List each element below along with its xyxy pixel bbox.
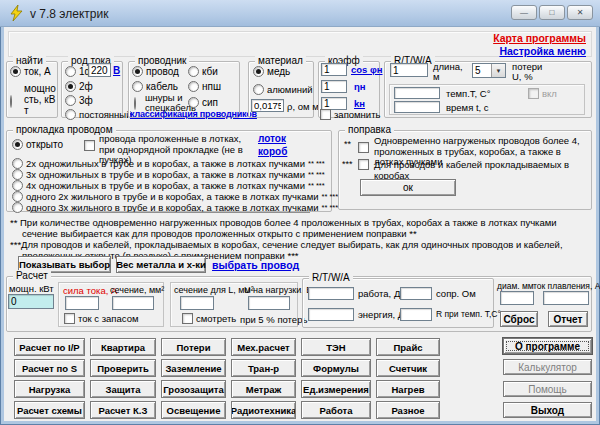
help-button[interactable]: Помощь [503, 381, 592, 397]
metal-weight-button[interactable]: Вес металла и х-ки [116, 256, 206, 273]
radio-open-laying[interactable]: открыто [12, 139, 63, 150]
reserve-checkbox[interactable]: ток с запасом [64, 313, 138, 324]
cos-phi-input[interactable] [321, 63, 347, 76]
radio-sip[interactable]: сип [188, 97, 218, 108]
eta-link[interactable]: ηн [354, 81, 366, 92]
radio-2ph[interactable]: 2ф [65, 81, 93, 92]
length-input[interactable] [390, 63, 428, 77]
radio-engineering-button[interactable]: Радиотехника [231, 401, 296, 419]
section-input[interactable] [112, 296, 154, 310]
voltage-input[interactable] [88, 63, 111, 77]
time-input[interactable] [394, 101, 440, 113]
formulas-button[interactable]: Формулы [301, 359, 371, 377]
resistance-input[interactable] [400, 287, 432, 300]
radio-kbi[interactable]: кби [188, 66, 218, 77]
on-checkbox[interactable]: вкл [528, 88, 557, 99]
diameter-input[interactable] [500, 291, 534, 305]
protection-button[interactable]: Защита [90, 380, 156, 398]
radio-icon [65, 109, 76, 120]
current-input[interactable] [65, 296, 99, 310]
lightning-protection-button[interactable]: Грозозащита [161, 380, 226, 398]
section-for-l-input[interactable] [180, 296, 214, 310]
window-title: v 7.8 электрик [30, 7, 108, 21]
correction-checkbox-1[interactable] [358, 142, 369, 153]
meter-button[interactable]: Счетчик [376, 359, 440, 377]
ten-button[interactable]: ТЭН [301, 338, 371, 356]
volts-link[interactable]: В [113, 65, 120, 76]
radio-3ph[interactable]: 3ф [65, 95, 93, 106]
radio-copper[interactable]: медь [253, 66, 290, 77]
chevron-down-icon[interactable]: ▼ [491, 64, 505, 77]
load-button[interactable]: Нагрузка [14, 380, 85, 398]
r-at-temp-input[interactable] [400, 308, 432, 321]
radio-wire[interactable]: провод [132, 66, 179, 77]
radio-laying-3core[interactable]: 3х одножильных в трубе и в коробах, а та… [12, 169, 325, 180]
tray-checkbox[interactable] [84, 140, 95, 151]
program-map-link[interactable]: Карта программы [493, 32, 586, 44]
about-button[interactable]: О программе [503, 338, 592, 354]
short-circuit-button[interactable]: Расчет К.З [90, 401, 156, 419]
radio-dc[interactable]: постоянный [65, 109, 131, 120]
correction-text-2[interactable]: Для проводов и кабелей прокладываемых в … [374, 159, 586, 181]
k-link[interactable]: kн [354, 98, 365, 109]
group-conductor-legend: проводник [135, 55, 189, 66]
tray-link[interactable]: лоток [258, 133, 286, 144]
app-window: v 7.8 электрик — □ ✕ Карта программы Нас… [0, 0, 600, 425]
radio-cable[interactable]: кабель [132, 81, 178, 92]
melting-current-input[interactable] [543, 291, 589, 305]
calc-by-ip-button[interactable]: Расчет по I/P [14, 338, 85, 356]
radio-laying-2core[interactable]: 2х одножильных в трубе и в коробах, а та… [12, 158, 325, 169]
radio-icon [12, 169, 23, 180]
apartment-button[interactable]: Квартира [90, 338, 156, 356]
conductor-classification-link[interactable]: классификация проводников [130, 109, 257, 119]
transformer-button[interactable]: Тран-р [231, 359, 296, 377]
report-button[interactable]: Отчет [548, 311, 588, 327]
lighting-button[interactable]: Освещение [161, 401, 226, 419]
duct-link[interactable]: короб [258, 146, 287, 157]
work-button[interactable]: Работа [301, 401, 371, 419]
correction-mark-2: *** [342, 159, 353, 169]
watch-checkbox[interactable]: смотреть [182, 313, 236, 324]
eta-input[interactable] [321, 80, 347, 93]
radio-label: 4х одножильных в трубе и в коробах, а та… [26, 180, 305, 191]
radio-npsh[interactable]: нпш [188, 81, 221, 92]
temperature-input[interactable] [394, 87, 440, 99]
radio-laying-4core[interactable]: 4х одножильных в трубе и в коробах, а та… [12, 180, 325, 191]
grounding-button[interactable]: Заземление [161, 359, 226, 377]
radio-aluminium[interactable]: алюминий [253, 84, 313, 95]
scheme-calc-button[interactable]: Расчет схемы [14, 401, 85, 419]
losses-button[interactable]: Потери [161, 338, 226, 356]
reset-button[interactable]: Сброс [500, 311, 538, 327]
minimize-button[interactable]: — [511, 5, 537, 20]
price-button[interactable]: Прайс [376, 338, 440, 356]
radio-label: медь [267, 66, 290, 77]
calculator-button[interactable]: Калькулятор [503, 359, 592, 375]
close-button[interactable]: ✕ [567, 5, 593, 20]
correction-checkbox-2[interactable] [358, 159, 369, 170]
menu-setup-link[interactable]: Настройка меню [499, 45, 586, 57]
work-input[interactable] [308, 287, 354, 300]
mech-calc-button[interactable]: Мех.расчет [231, 338, 296, 356]
choose-wire-link[interactable]: выбрать провод [212, 259, 299, 271]
time-label: время t, с [446, 102, 489, 113]
radio-laying-one-2core[interactable]: одного 2х жильного в трубе и в коробах, … [12, 191, 338, 202]
cos-phi-link[interactable]: cos φн [351, 64, 383, 75]
correction-ok-button[interactable]: ок [360, 179, 456, 196]
radio-find-power[interactable] [10, 95, 12, 108]
radio-find-power-label[interactable]: мощность, кВт [24, 83, 58, 116]
maximize-button[interactable]: □ [539, 5, 565, 20]
loss-dropdown[interactable]: 5 ▼ [472, 63, 506, 78]
power-input[interactable] [8, 294, 54, 309]
footage-button[interactable]: Метраж [231, 380, 296, 398]
units-button[interactable]: Ед.измерения [301, 380, 371, 398]
misc-button[interactable]: Разное [376, 401, 440, 419]
resistivity-input[interactable] [251, 99, 284, 112]
u-load-input[interactable] [248, 296, 290, 310]
calc-by-s-button[interactable]: Расчет по S [14, 359, 85, 377]
heating-button[interactable]: Нагрев [376, 380, 440, 398]
exit-button[interactable]: Выход [503, 402, 592, 418]
verify-button[interactable]: Проверить [90, 359, 156, 377]
radio-find-current[interactable]: ток, А [10, 66, 51, 77]
remember-checkbox[interactable]: запомнить [320, 109, 380, 120]
energy-input[interactable] [308, 308, 354, 321]
